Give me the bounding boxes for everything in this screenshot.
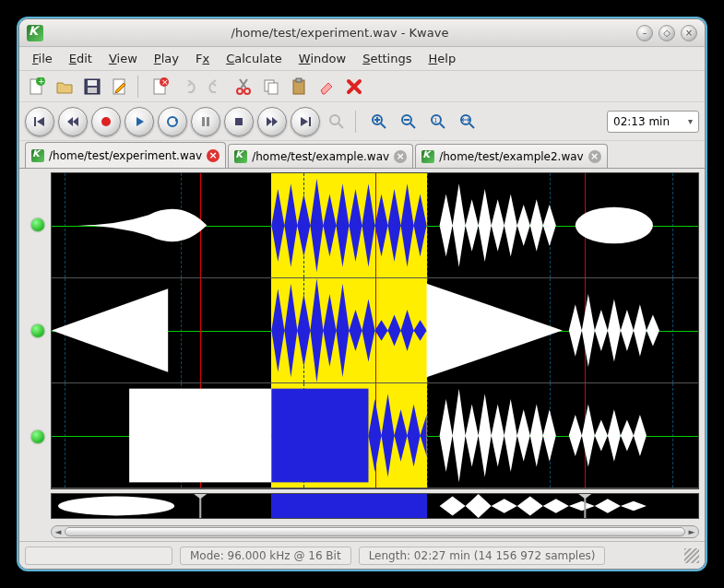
track-1[interactable] [52,173,698,278]
file-icon [421,150,434,163]
app-icon [27,25,43,41]
window-title: /home/test/experiment.wav - Kwave [51,26,629,40]
window-controls: – ◇ × [636,25,697,41]
svg-rect-22 [309,117,311,126]
svg-rect-15 [296,78,302,82]
menu-settings[interactable]: Settings [355,49,419,68]
tabbar: /home/test/experiment.wav × /home/test/e… [19,141,705,169]
menubar: File Edit View Play Fx Calculate Window … [19,47,705,71]
svg-point-29 [576,207,653,244]
scroll-right-icon[interactable]: ► [685,526,698,537]
minimize-button[interactable]: – [636,25,653,41]
svg-text:×: × [161,77,169,87]
statusbar: Mode: 96.000 kHz @ 16 Bit Length: 02:27 … [19,541,705,569]
menu-view[interactable]: View [101,49,145,68]
goto-end-button[interactable] [291,107,320,136]
copy-button[interactable] [259,75,283,99]
overview[interactable] [51,493,699,519]
waveform [52,278,698,382]
svg-rect-20 [207,117,209,126]
resize-grip[interactable] [684,548,699,563]
horizontal-scrollbar[interactable]: ◄ ► [51,525,699,538]
svg-rect-19 [202,117,205,126]
maximize-button[interactable]: ◇ [659,25,675,41]
svg-rect-30 [129,389,271,483]
menu-window[interactable]: Window [291,49,353,68]
open-button[interactable] [53,75,77,99]
svg-point-10 [237,88,243,94]
zoom-combo[interactable]: 02:13 min▾ [607,111,699,133]
zoom-select-button[interactable] [324,109,350,135]
track-active-indicator[interactable] [31,430,44,443]
tab-close-icon[interactable]: × [588,150,601,163]
paste-button[interactable] [287,75,311,99]
scroll-row: ◄ ► [19,523,705,541]
file-icon [31,149,44,162]
svg-point-17 [101,117,111,126]
svg-rect-21 [235,118,243,125]
file-icon [234,150,247,163]
tab-0[interactable]: /home/test/experiment.wav × [25,142,226,168]
chevron-down-icon: ▾ [688,116,693,126]
svg-rect-4 [88,80,97,86]
menu-file[interactable]: File [25,49,60,68]
zoom-all-button[interactable] [455,109,481,135]
status-mode: Mode: 96.000 kHz @ 16 Bit [180,547,351,565]
cut-button[interactable] [231,75,255,99]
track-active-indicator[interactable] [31,218,44,231]
menu-help[interactable]: Help [421,49,463,68]
zoom-in-button[interactable] [366,109,392,135]
save-button[interactable] [80,75,104,99]
erase-button[interactable] [315,75,338,99]
track-3[interactable] [52,383,698,488]
record-button[interactable] [91,107,121,136]
toolbar-file: + × [19,71,705,102]
close-file-button[interactable]: × [148,75,172,99]
zoom-value: 02:13 min [613,115,670,128]
svg-rect-13 [268,83,278,94]
svg-point-32 [58,497,174,516]
tab-1[interactable]: /home/test/example.wav × [228,144,413,168]
scrollbar-thumb[interactable] [65,527,685,536]
svg-rect-5 [88,88,97,93]
overview-row [19,489,705,523]
tab-2[interactable]: /home/test/example2.wav × [415,144,608,168]
status-length: Length: 02:27 min (14 156 972 samples) [359,547,606,565]
edit-button[interactable] [108,75,132,99]
tracks-container [51,172,699,489]
track-gutter [25,172,51,489]
close-button[interactable]: × [681,25,697,41]
svg-text:1: 1 [433,117,437,124]
zoom-normal-button[interactable]: 1 [425,109,451,135]
track-2[interactable] [52,278,698,383]
menu-edit[interactable]: Edit [62,49,100,68]
menu-fx[interactable]: Fx [188,49,217,68]
svg-rect-16 [34,117,36,126]
delete-button[interactable] [342,75,366,99]
separator [355,111,361,133]
svg-rect-31 [271,389,368,483]
pause-button[interactable] [191,107,220,136]
svg-text:+: + [38,77,45,86]
goto-start-button[interactable] [25,107,54,136]
rewind-button[interactable] [58,107,88,136]
scroll-left-icon[interactable]: ◄ [52,526,65,537]
tab-label: /home/test/example2.wav [439,150,584,163]
new-button[interactable]: + [25,75,49,99]
svg-point-11 [244,88,250,94]
menu-play[interactable]: Play [147,49,186,68]
tab-close-icon[interactable]: × [394,150,407,163]
forward-button[interactable] [257,107,287,136]
titlebar[interactable]: /home/test/experiment.wav - Kwave – ◇ × [19,19,705,47]
tab-close-icon[interactable]: × [207,149,220,162]
play-button[interactable] [125,107,154,136]
stop-button[interactable] [224,107,254,136]
svg-point-23 [330,115,339,124]
zoom-out-button[interactable] [396,109,421,135]
redo-button[interactable] [204,75,228,99]
undo-button[interactable] [176,75,200,99]
tab-label: /home/test/experiment.wav [49,149,202,162]
loop-button[interactable] [158,107,187,136]
menu-calculate[interactable]: Calculate [219,49,290,68]
track-active-indicator[interactable] [31,324,44,337]
